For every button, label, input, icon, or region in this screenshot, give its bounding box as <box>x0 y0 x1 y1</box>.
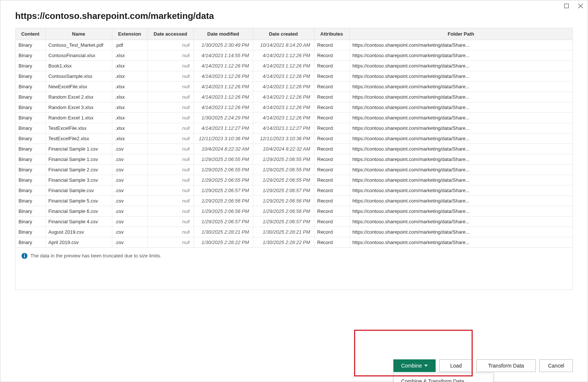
cell-date-accessed: null <box>147 123 194 134</box>
cell-date-accessed: null <box>147 206 194 217</box>
table-row[interactable]: BinaryBook1.xlsx.xlsxnull4/14/2023 1:12:… <box>16 61 572 71</box>
cell-date-created: 12/11/2023 3:10:36 PM <box>253 134 314 144</box>
cell-date-modified: 4/14/2023 1:14:55 PM <box>194 50 253 61</box>
cell-folder-path: https://contoso.sharepoint.com/marketing… <box>349 102 572 113</box>
cell-extension: .xlsx <box>112 102 147 113</box>
cell-date-created: 4/14/2023 1:12:26 PM <box>253 113 314 123</box>
cell-date-accessed: null <box>147 92 194 102</box>
table-row[interactable]: BinaryFinancial Sample 3.csv.csvnull1/29… <box>16 175 572 185</box>
combine-button[interactable]: Combine <box>393 359 436 372</box>
combine-transform-item[interactable]: Combine & Transform Data <box>394 375 493 382</box>
cell-attributes: Record <box>314 134 349 144</box>
cell-name: ContosoSample.xlsx <box>45 71 112 82</box>
table-row[interactable]: BinaryContosoSample.xlsx.xlsxnull4/14/20… <box>16 71 572 82</box>
transform-data-button[interactable]: Transform Data <box>476 359 536 372</box>
col-folder-path-header[interactable]: Folder Path <box>349 28 572 40</box>
cell-name: TestExcelFile2.xlsx <box>45 134 112 144</box>
cell-content: Binary <box>16 196 45 206</box>
cell-extension: .xlsx <box>112 82 147 92</box>
table-row[interactable]: BinaryFinancial Sample 1.csv.csvnull1/29… <box>16 154 572 165</box>
table-row[interactable]: BinaryFinancial Sample 1.csv.csvnull10/4… <box>16 144 572 154</box>
cell-attributes: Record <box>314 227 349 237</box>
cell-date-modified: 1/30/2025 2:28:22 PM <box>194 237 253 248</box>
table-row[interactable]: BinaryRandom Excel 2.xlsx.xlsxnull4/14/2… <box>16 92 572 102</box>
navigator-dialog: https://contoso.sharepoint.com/marketing… <box>0 0 588 382</box>
cell-content: Binary <box>16 102 45 113</box>
maximize-icon[interactable] <box>564 3 569 10</box>
cell-date-accessed: null <box>147 82 194 92</box>
table-row[interactable]: BinaryTestExcelFile2.xlsx.xlsxnull12/11/… <box>16 134 572 144</box>
cell-content: Binary <box>16 185 45 196</box>
cell-name: Financial Sample 6.csv <box>45 206 112 217</box>
cancel-button[interactable]: Cancel <box>539 359 573 372</box>
cell-folder-path: https://contoso.sharepoint.com/marketing… <box>349 185 572 196</box>
cell-attributes: Record <box>314 175 349 185</box>
table-row[interactable]: BinaryContoso_Test_Market.pdf.pdfnull1/3… <box>16 40 572 50</box>
cell-extension: .xlsx <box>112 50 147 61</box>
col-attributes-header[interactable]: Attributes <box>314 28 349 40</box>
cell-date-created: 4/14/2023 1:12:27 PM <box>253 123 314 134</box>
cell-date-created: 1/30/2025 2:28:22 PM <box>253 237 314 248</box>
table-row[interactable]: BinaryRandom Excel 1.xlsx.xlsxnull1/30/2… <box>16 113 572 123</box>
cell-date-modified: 4/14/2023 1:12:26 PM <box>194 71 253 82</box>
cell-date-modified: 4/14/2023 1:12:26 PM <box>194 92 253 102</box>
cell-content: Binary <box>16 50 45 61</box>
table-row[interactable]: BinaryTestExcelFile.xlsx.xlsxnull4/14/20… <box>16 123 572 134</box>
cell-name: TestExcelFile.xlsx <box>45 123 112 134</box>
cell-extension: .csv <box>112 185 147 196</box>
cell-date-modified: 1/30/2025 2:24:29 PM <box>194 113 253 123</box>
header-row: Content Name Extension Date accessed Dat… <box>16 28 572 40</box>
cell-content: Binary <box>16 134 45 144</box>
cell-name: Financial Sample 1.csv <box>45 144 112 154</box>
cell-folder-path: https://contoso.sharepoint.com/marketing… <box>349 134 572 144</box>
data-preview-table: Content Name Extension Date accessed Dat… <box>15 28 573 248</box>
cell-extension: .csv <box>112 206 147 217</box>
table-row[interactable]: BinaryFinancial Sample 5.csv.csvnull1/29… <box>16 196 572 206</box>
cell-content: Binary <box>16 165 45 175</box>
col-extension-header[interactable]: Extension <box>112 28 147 40</box>
cell-name: ContosoFinancial.xlsx <box>45 50 112 61</box>
cell-extension: .csv <box>112 196 147 206</box>
svg-marker-6 <box>424 365 428 367</box>
col-content-header[interactable]: Content <box>16 28 45 40</box>
cell-date-modified: 1/30/2025 2:28:21 PM <box>194 227 253 237</box>
cell-attributes: Record <box>314 196 349 206</box>
table-row[interactable]: BinaryFinancial Sample.csv.csvnull1/29/2… <box>16 185 572 196</box>
cell-extension: .csv <box>112 154 147 165</box>
cell-date-accessed: null <box>147 227 194 237</box>
close-icon[interactable] <box>578 3 583 10</box>
cell-extension: .xlsx <box>112 71 147 82</box>
cell-date-created: 10/4/2024 8:22:32 AM <box>253 144 314 154</box>
table-row[interactable]: BinaryFinancial Sample 6.csv.csvnull1/29… <box>16 206 572 217</box>
cell-date-modified: 1/29/2025 2:06:57 PM <box>194 217 253 227</box>
cell-content: Binary <box>16 113 45 123</box>
svg-rect-0 <box>565 4 569 8</box>
cell-attributes: Record <box>314 40 349 50</box>
cell-attributes: Record <box>314 102 349 113</box>
cell-name: Contoso_Test_Market.pdf <box>45 40 112 50</box>
cell-folder-path: https://contoso.sharepoint.com/marketing… <box>349 92 572 102</box>
table-row[interactable]: BinaryAugust 2019.csv.csvnull1/30/2025 2… <box>16 227 572 237</box>
cell-date-created: 4/14/2023 1:12:26 PM <box>253 71 314 82</box>
col-name-header[interactable]: Name <box>45 28 112 40</box>
cell-date-accessed: null <box>147 40 194 50</box>
load-button[interactable]: Load <box>439 359 473 372</box>
table-row[interactable]: BinaryFinancial Sample 4.csv.csvnull1/29… <box>16 217 572 227</box>
cell-date-created: 4/14/2023 1:12:26 PM <box>253 50 314 61</box>
cell-attributes: Record <box>314 50 349 61</box>
cell-folder-path: https://contoso.sharepoint.com/marketing… <box>349 50 572 61</box>
table-row[interactable]: BinaryContosoFinancial.xlsx.xlsxnull4/14… <box>16 50 572 61</box>
cell-date-modified: 1/30/2025 2:30:49 PM <box>194 40 253 50</box>
cell-date-modified: 12/11/2023 3:10:36 PM <box>194 134 253 144</box>
cell-folder-path: https://contoso.sharepoint.com/marketing… <box>349 154 572 165</box>
table-row[interactable]: BinaryRandom Excel 3.xlsx.xlsxnull4/14/2… <box>16 102 572 113</box>
cell-extension: .csv <box>112 144 147 154</box>
col-date-created-header[interactable]: Date created <box>253 28 314 40</box>
cell-date-modified: 1/29/2025 2:06:56 PM <box>194 206 253 217</box>
cell-date-accessed: null <box>147 154 194 165</box>
col-date-accessed-header[interactable]: Date accessed <box>147 28 194 40</box>
table-row[interactable]: BinaryNewExcelFile.xlsx.xlsxnull4/14/202… <box>16 82 572 92</box>
table-row[interactable]: BinaryApril 2019.csv.csvnull1/30/2025 2:… <box>16 237 572 248</box>
col-date-modified-header[interactable]: Date modified <box>194 28 253 40</box>
table-row[interactable]: BinaryFinancial Sample 2.csv.csvnull1/29… <box>16 165 572 175</box>
